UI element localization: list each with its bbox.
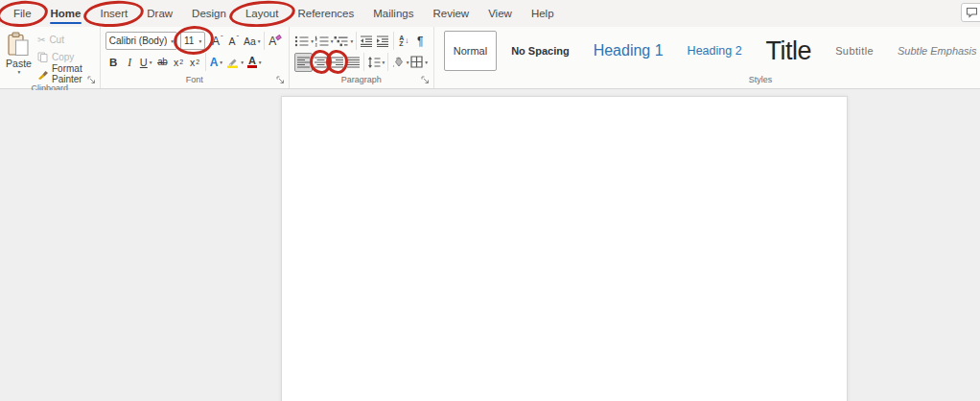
font-family-combo[interactable]: Calibri (Body) ▾: [105, 32, 177, 50]
text-highlight-dropdown-icon: ▾: [241, 59, 244, 65]
line-spacing-dropdown-icon: ▾: [383, 59, 385, 65]
tab-layout[interactable]: Layout: [236, 0, 289, 27]
shrink-font-caret-icon: ˇ: [236, 34, 239, 42]
tab-references[interactable]: References: [288, 0, 363, 27]
paste-button[interactable]: Paste ▾: [5, 31, 33, 82]
align-right-button[interactable]: [329, 53, 345, 72]
tab-view[interactable]: View: [478, 0, 522, 27]
borders-button[interactable]: ▾: [409, 53, 428, 72]
copy-icon: [37, 52, 48, 62]
copy-button[interactable]: Copy: [35, 49, 95, 64]
tab-insert[interactable]: Insert: [90, 0, 137, 27]
subscript-button[interactable]: x2: [171, 53, 187, 72]
text-effects-label: A: [210, 56, 219, 69]
font-color-label: A: [247, 56, 257, 68]
style-no-spacing[interactable]: No Spacing: [502, 31, 579, 71]
change-case-label: Aa: [244, 35, 256, 47]
format-painter-icon: [37, 69, 48, 80]
font-size-combo[interactable]: 11 ▾: [180, 32, 205, 50]
tab-design[interactable]: Design: [182, 0, 236, 27]
bullets-button[interactable]: ▾: [294, 32, 315, 51]
bold-button[interactable]: B: [105, 53, 122, 72]
align-left-icon: [296, 57, 311, 68]
decrease-indent-button[interactable]: [359, 32, 375, 51]
tab-draw[interactable]: Draw: [137, 0, 182, 27]
shrink-font-button[interactable]: A ˇ: [225, 32, 242, 51]
font-color-dropdown-icon: ▾: [259, 59, 262, 65]
text-effects-button[interactable]: A ▾: [208, 53, 224, 72]
style-normal[interactable]: Normal: [444, 31, 497, 71]
line-spacing-icon: [367, 57, 381, 68]
numbering-button[interactable]: ▾: [314, 32, 334, 51]
font-size-value: 11: [184, 35, 194, 46]
shading-bucket-icon: [391, 56, 405, 68]
show-formatting-marks-button[interactable]: ¶: [412, 32, 429, 51]
font-group: Calibri (Body) ▾ 11 ▾ A ˆ A ˇ Aa ▾: [101, 27, 290, 88]
align-left-button[interactable]: [294, 53, 313, 72]
grow-font-button[interactable]: A ˆ: [209, 32, 225, 51]
justify-button[interactable]: [345, 53, 362, 72]
shading-button[interactable]: ▾: [390, 53, 409, 72]
multilevel-list-dropdown-icon: ▾: [350, 38, 353, 44]
align-center-icon: [314, 57, 328, 68]
multilevel-list-button[interactable]: ▾: [334, 32, 354, 51]
subscript-suffix: 2: [179, 59, 183, 65]
superscript-button[interactable]: x2: [187, 53, 203, 72]
align-center-button[interactable]: [313, 53, 329, 72]
line-spacing-button[interactable]: ▾: [366, 53, 385, 72]
ribbon-tab-bar: File Home Insert Draw Design Layout Refe…: [0, 0, 980, 27]
font-family-dropdown-icon: ▾: [171, 38, 174, 44]
document-workspace: [0, 90, 980, 401]
paragraph-group: ▾ ▾ ▾: [290, 27, 434, 88]
tab-file[interactable]: File: [4, 0, 41, 27]
clipboard-dialog-launcher-button[interactable]: [86, 75, 97, 85]
shrink-font-label: A: [228, 35, 235, 47]
text-highlight-button[interactable]: ▾: [224, 53, 245, 72]
strikethrough-button[interactable]: ab: [154, 53, 171, 72]
clear-formatting-eraser-icon: [276, 34, 283, 39]
underline-button[interactable]: U ▾: [138, 53, 154, 72]
increase-indent-button[interactable]: [375, 32, 391, 51]
style-heading-2[interactable]: Heading 2: [678, 31, 752, 71]
style-title[interactable]: Title: [757, 31, 822, 71]
increase-indent-icon: [376, 35, 389, 47]
highlighter-icon: [226, 56, 239, 68]
italic-button[interactable]: I: [122, 53, 138, 72]
subscript-label: x: [174, 57, 178, 68]
tab-help[interactable]: Help: [522, 0, 564, 27]
styles-group: Normal No Spacing Heading 1 Heading 2 Ti…: [434, 27, 980, 88]
paste-label: Paste: [6, 58, 32, 69]
clear-formatting-button[interactable]: A: [267, 32, 283, 51]
cut-button[interactable]: ✂ Cut: [35, 32, 95, 47]
borders-icon: [410, 56, 423, 68]
change-case-button[interactable]: Aa ▾: [242, 32, 262, 51]
grow-font-caret-icon: ˆ: [221, 34, 223, 42]
document-page[interactable]: [281, 96, 848, 401]
text-effects-dropdown-icon: ▾: [220, 59, 222, 65]
decrease-indent-icon: [360, 35, 373, 47]
tab-mailings[interactable]: Mailings: [363, 0, 423, 27]
style-subtitle[interactable]: Subtitle: [826, 31, 883, 71]
tab-review[interactable]: Review: [423, 0, 478, 27]
comments-button[interactable]: [961, 3, 980, 22]
paragraph-dialog-launcher-button[interactable]: [420, 75, 431, 85]
grow-font-label: A: [212, 35, 220, 48]
style-heading-1[interactable]: Heading 1: [584, 31, 673, 71]
underline-dropdown-icon: ▾: [150, 59, 152, 65]
borders-dropdown-icon: ▾: [425, 59, 428, 65]
ribbon: Paste ▾ ✂ Cut Copy Form: [0, 27, 980, 89]
sort-button[interactable]: A Z ↓: [396, 32, 412, 51]
font-color-button[interactable]: A ▾: [245, 53, 264, 72]
superscript-suffix: 2: [196, 59, 199, 65]
paragraph-group-label: Paragraph: [290, 73, 433, 88]
copy-label: Copy: [52, 52, 74, 62]
comment-icon: [966, 7, 978, 18]
sort-z-label: Z: [399, 41, 404, 47]
sort-icon: A Z: [399, 35, 404, 47]
font-dialog-launcher-button[interactable]: [275, 75, 286, 85]
tab-home[interactable]: Home: [41, 0, 91, 27]
align-right-icon: [330, 57, 344, 68]
cut-icon: ✂: [37, 35, 45, 45]
styles-group-label: Styles: [434, 73, 980, 88]
style-subtle-emphasis[interactable]: Subtle Emphasis: [888, 31, 980, 71]
